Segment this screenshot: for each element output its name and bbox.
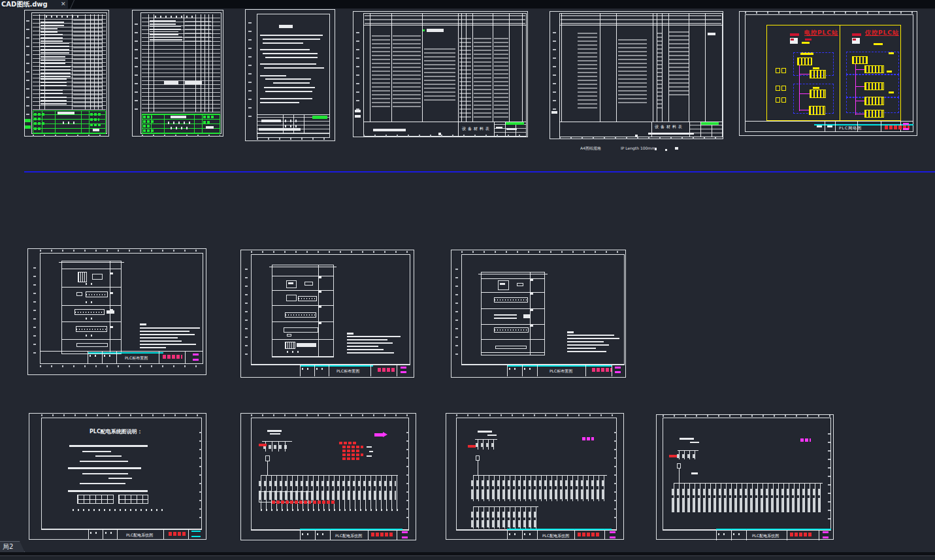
decor-shape [319,276,321,278]
decor-shape [259,128,301,131]
decor-shape [68,490,148,492]
decor-shape [39,14,40,110]
decor-shape [251,414,409,416]
decor-shape [102,351,103,364]
decor-shape [461,251,625,253]
decor-shape [799,65,800,111]
decor-shape [248,19,252,117]
decor-shape [288,282,293,284]
decor-shape [298,296,317,301]
decor-shape [312,116,327,119]
decor-shape [80,483,125,484]
feeder-red-label [468,445,476,448]
decor-shape [537,364,538,376]
decor-shape [363,25,527,25]
decor-shape [102,14,103,110]
decor-shape [46,16,82,18]
sheet-parts-list-1[interactable] [24,10,109,137]
decor-shape [135,18,138,110]
decor-shape [260,48,310,50]
sheet-distribution-diagram-2[interactable]: PLC配电系统图 [446,413,624,540]
decor-shape [293,114,294,134]
decor-shape [616,13,617,122]
decor-shape [57,112,74,114]
decor-shape [551,111,557,114]
decor-shape [285,312,316,318]
decor-shape [194,114,195,134]
decor-shape [342,457,359,460]
decor-shape [522,364,523,376]
decor-shape [733,533,742,535]
decor-shape [347,352,394,354]
decor-shape [319,322,321,324]
decor-shape [509,13,510,122]
decor-shape [285,120,298,122]
decor-shape [855,64,856,115]
sheet-distribution-notes[interactable]: PLC配电系统图说明： PLC配电系统图 [29,413,206,540]
plc-rack [864,97,884,105]
decor-shape [41,43,69,54]
decor-shape [110,309,113,311]
decor-shape [889,91,894,93]
decor-shape [874,43,883,45]
drawing-number [378,368,395,372]
decor-shape [171,127,189,129]
decor-shape [86,301,96,303]
decor-shape [73,18,102,107]
decor-shape [61,321,122,322]
decor-shape [92,274,103,280]
decor-shape [559,137,723,139]
decor-shape [155,16,193,18]
decor-shape [401,371,406,373]
decor-shape [402,531,408,533]
divider-line [24,171,935,173]
red-legend [339,442,356,444]
decor-shape [103,529,103,539]
sheet-cabinet-layout-1[interactable]: PLC柜布置图 [27,248,206,375]
sheet-cabinet-layout-2[interactable]: PLC柜布置图 [240,250,414,378]
decor-shape [610,531,615,533]
drawing-number [169,532,187,536]
sheet-parts-list-2[interactable] [132,10,223,137]
decor-shape [110,292,113,294]
sheet-distribution-diagram-1[interactable]: PLC配电系统图 [240,413,416,540]
decor-shape [202,114,203,134]
decor-shape [59,262,124,263]
decor-shape [88,529,89,539]
decor-shape [368,530,369,540]
decor-shape [104,355,113,357]
decor-shape [522,13,523,122]
decor-shape [212,14,213,112]
decor-shape [150,20,176,25]
sheet-plc-network[interactable]: 电控PLC站 仪控PLC站 [739,11,917,136]
decor-shape [567,335,614,336]
sheet-cabinet-layout-3[interactable]: PLC柜布置图 [451,250,626,378]
sheet-materials-table-2[interactable]: 设备材料表 [550,11,723,139]
sheet-materials-table-1[interactable]: 设备材料表 [353,11,528,137]
decor-shape [283,114,284,134]
decor-shape [260,97,312,99]
decor-shape [746,530,747,540]
decor-shape [164,81,178,84]
file-tab-title[interactable]: CAD图纸.dwg [1,0,48,8]
decor-shape [117,529,118,539]
decor-shape [455,263,458,355]
distribution-title: PLC配电系统图 [335,534,362,538]
sheet-design-notes[interactable] [245,9,335,141]
notes-header [347,333,353,335]
decor-shape [185,18,211,42]
decor-shape [612,364,612,376]
plc-rack [864,82,884,90]
decor-shape [559,25,723,25]
layout-tab[interactable]: 局2 [0,541,25,552]
decor-shape [300,364,301,376]
close-icon[interactable]: ✕ [61,0,66,8]
decor-shape [41,55,65,64]
feeder-red-label [259,444,267,446]
layout-tab-label[interactable]: 局2 [0,542,24,552]
decor-shape [61,305,122,306]
decor-shape [799,93,810,94]
distribution-title: PLC配电系统图 [126,533,153,537]
decor-shape [272,305,334,306]
sheet-distribution-diagram-3[interactable]: PLC配电系统图 [656,414,834,540]
